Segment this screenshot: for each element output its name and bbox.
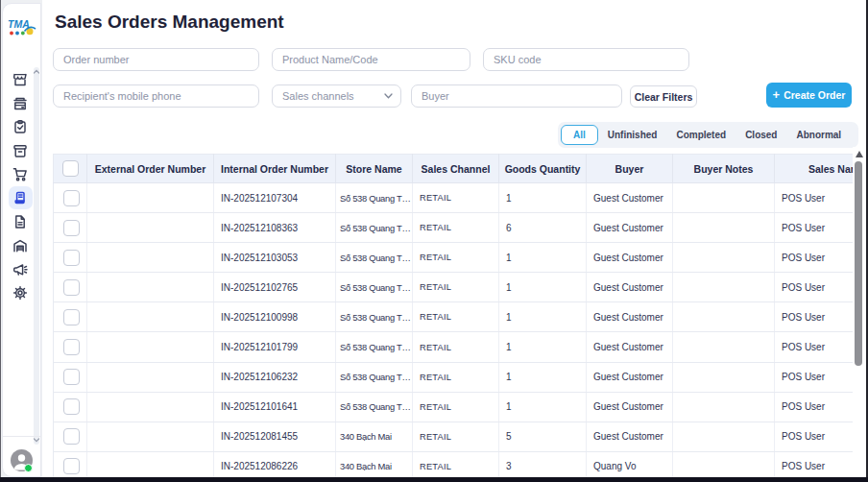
row-checkbox[interactable] [63,309,80,325]
cell-internal: IN-202512081455 [214,422,336,451]
col-header-buyer: Buyer [587,155,673,183]
table-row[interactable]: IN-202512081455340 Bạch MaiRETAIL5Guest … [54,422,867,451]
sidebar-item-warehouse[interactable] [9,234,33,257]
table-row[interactable]: IN-202512086226340 Bạch MaiRETAIL3Quang … [54,451,867,477]
cell-checkbox [54,392,87,422]
row-checkbox[interactable] [63,458,80,474]
tab-completed[interactable]: Completed [666,122,735,148]
table-row[interactable]: IN-202512106232Số 538 Quang T…RETAIL1Gue… [54,362,867,392]
sidebar-item-document[interactable] [9,210,33,233]
cell-internal: IN-202512101799 [214,332,336,362]
online-status-dot [24,464,33,472]
cell-channel: RETAIL [413,243,499,273]
cell-quantity: 1 [499,332,587,362]
warehouse-icon [12,238,28,253]
clear-filters-button[interactable]: Clear Filters [630,85,697,108]
cell-external [87,362,214,392]
product-name-code-input[interactable] [272,48,470,71]
recipient-s-mobile-phone-input[interactable] [53,84,259,108]
cell-store: Số 538 Quang T… [336,332,413,362]
megaphone-icon [12,262,28,277]
cell-quantity: 1 [499,302,587,332]
tma-logo-icon: TMA [8,18,36,38]
tab-abnormal[interactable]: Abnormal [786,122,851,148]
table-row[interactable]: IN-202512108363Số 538 Quang T…RETAIL6Gue… [54,213,867,243]
cell-quantity: 1 [499,392,587,422]
tab-all[interactable]: All [561,125,598,145]
cell-checkbox [54,451,87,477]
row-checkbox[interactable] [63,339,80,355]
cell-internal: IN-202512102765 [214,273,336,302]
sidebar-item-archive-box[interactable] [9,139,33,162]
cell-internal: IN-202512100998 [214,302,336,332]
cell-checkbox [54,422,87,451]
window-edge-left [0,0,1,482]
cell-notes [673,422,775,451]
sidebar-item-pos-register[interactable] [9,92,33,115]
cell-external [87,243,214,273]
col-header-external: External Order Number [87,155,214,183]
cell-quantity: 1 [499,183,587,213]
cell-channel: RETAIL [413,392,499,422]
cell-store: Số 538 Quang T… [336,243,413,273]
row-checkbox[interactable] [63,220,80,236]
cell-internal: IN-202512101641 [214,392,336,422]
table-row[interactable]: IN-202512102765Số 538 Quang T…RETAIL1Gue… [54,273,867,302]
sidebar-item-storefront[interactable] [9,68,33,91]
cell-external [87,392,214,422]
cell-buyer: Guest Customer [587,273,673,302]
table-row[interactable]: IN-202512101799Số 538 Quang T…RETAIL1Gue… [54,332,867,362]
tab-unfinished[interactable]: Unfinished [598,122,667,148]
clipboard-check-icon [12,119,28,134]
scroll-up-arrow-icon[interactable] [856,151,863,157]
sidebar-item-settings-gear[interactable] [9,281,33,304]
select-all-checkbox[interactable] [62,160,79,177]
cell-store: Số 538 Quang T… [336,273,413,302]
cell-notes [673,332,775,362]
row-checkbox[interactable] [63,398,80,415]
cell-checkbox [54,273,87,302]
table-scrollbar[interactable] [853,147,866,477]
row-checkbox[interactable] [63,369,80,385]
table-row[interactable]: IN-202512103053Số 538 Quang T…RETAIL1Gue… [54,243,867,273]
buyer-input[interactable] [411,84,622,108]
sidebar-item-megaphone[interactable] [9,258,33,281]
cell-buyer: Guest Customer [587,332,673,362]
cell-quantity: 1 [499,273,587,302]
col-header-internal: Internal Order Number [214,155,336,183]
cell-notes [673,451,775,477]
cell-checkbox [54,332,87,362]
cell-checkbox [54,183,87,213]
sales-channels-field[interactable] [272,84,401,108]
cell-external [87,213,214,243]
cell-internal: IN-202512106232 [214,362,336,392]
order-number-input[interactable] [53,48,259,71]
sidebar-item-receipt[interactable] [9,186,33,209]
sidebar-scrollbar[interactable] [34,67,39,445]
cell-notes [673,302,775,332]
sidebar-item-clipboard-check[interactable] [9,115,33,138]
sidebar-item-shopping-cart[interactable] [9,163,33,186]
row-checkbox[interactable] [63,279,80,296]
cell-external [87,183,214,213]
row-checkbox[interactable] [63,190,80,206]
scroll-up-icon[interactable] [34,69,40,74]
cell-channel: RETAIL [413,273,499,302]
cell-notes [673,362,775,392]
cell-checkbox [54,302,87,332]
sku-code-input[interactable] [483,48,689,71]
table-row[interactable]: IN-202512107304Số 538 Quang T…RETAIL1Gue… [54,183,867,213]
table-row[interactable]: IN-202512101641Số 538 Quang T…RETAIL1Gue… [54,392,867,422]
scrollbar-thumb[interactable] [855,161,862,366]
shopping-cart-icon [12,167,28,182]
cell-buyer: Guest Customer [587,183,673,213]
cell-checkbox [54,362,87,392]
sales-channels-select[interactable] [272,84,401,108]
cell-channel: RETAIL [413,332,499,362]
table-row[interactable]: IN-202512100998Số 538 Quang T…RETAIL1Gue… [54,302,867,332]
col-header-channel: Sales Channel [413,155,499,183]
create-order-button[interactable]: + Create Order [766,83,852,108]
row-checkbox[interactable] [63,428,80,445]
tab-closed[interactable]: Closed [735,122,786,148]
row-checkbox[interactable] [63,250,80,266]
